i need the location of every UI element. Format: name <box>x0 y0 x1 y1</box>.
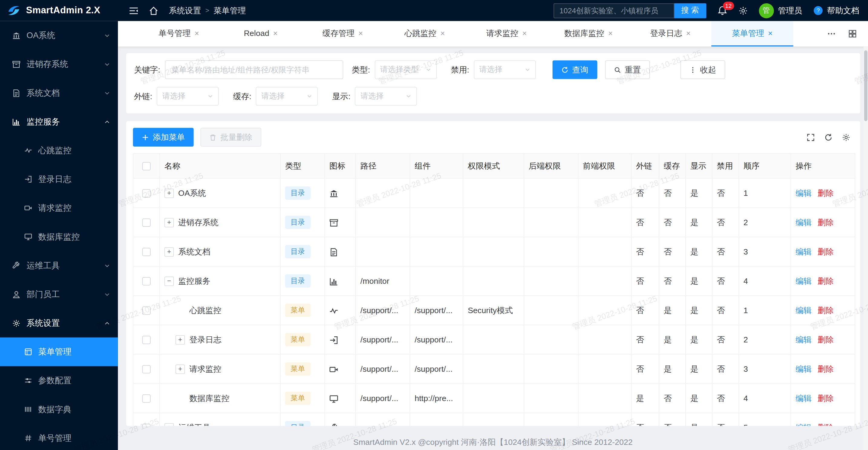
edit-link[interactable]: 编辑 <box>796 247 811 256</box>
tab-request-monitor[interactable]: 请求监控 × <box>465 21 548 46</box>
help-link[interactable]: 帮助文档 <box>813 5 859 16</box>
edit-link[interactable]: 编辑 <box>796 188 811 197</box>
edit-link[interactable]: 编辑 <box>796 364 811 373</box>
home-icon[interactable] <box>149 6 158 15</box>
collapse-button[interactable]: 收起 <box>680 60 725 79</box>
sidebar-subitem-db-monitor[interactable]: 数据库监控 <box>0 222 118 251</box>
tab-close-icon[interactable]: × <box>522 29 527 37</box>
sidebar-item-ops-tools[interactable]: 运维工具 <box>0 251 118 280</box>
tab-order-management[interactable]: 单号管理 × <box>138 21 220 46</box>
app-logo[interactable]: SmartAdmin 2.X <box>0 3 118 18</box>
chevron-down-icon <box>104 61 110 67</box>
search-button[interactable]: 搜 索 <box>674 3 706 18</box>
row-checkbox[interactable] <box>142 307 150 315</box>
breadcrumb-item-parent[interactable]: 系统设置 <box>169 5 201 16</box>
row-expander[interactable]: + <box>176 364 185 374</box>
edit-link[interactable]: 编辑 <box>796 423 811 426</box>
external-select[interactable]: 请选择 <box>157 87 219 105</box>
delete-link[interactable]: 删除 <box>817 423 834 426</box>
sidebar-item-system-settings[interactable]: 系统设置 <box>0 309 118 337</box>
row-expander[interactable]: + <box>176 335 185 344</box>
add-menu-button[interactable]: 添加菜单 <box>133 128 193 147</box>
edit-link[interactable]: 编辑 <box>796 218 811 226</box>
row-checkbox[interactable] <box>142 424 150 426</box>
sidebar-item-oa-system[interactable]: OA系统 <box>0 21 118 50</box>
row-expander[interactable]: + <box>164 247 174 256</box>
delete-link[interactable]: 删除 <box>817 276 834 285</box>
path-cell <box>356 413 410 426</box>
row-checkbox[interactable] <box>142 278 150 286</box>
edit-link[interactable]: 编辑 <box>796 393 811 402</box>
tab-close-icon[interactable]: × <box>194 29 199 37</box>
tab-more-icon[interactable] <box>827 29 836 38</box>
row-checkbox[interactable] <box>142 395 150 403</box>
query-button[interactable]: 查询 <box>552 60 597 79</box>
doc-icon <box>12 89 20 97</box>
edit-link[interactable]: 编辑 <box>796 335 811 344</box>
delete-link[interactable]: 删除 <box>817 247 834 256</box>
row-checkbox[interactable] <box>142 248 150 256</box>
tab-close-icon[interactable]: × <box>359 29 363 37</box>
sidebar-item-system-docs[interactable]: 系统文档 <box>0 78 118 107</box>
delete-link[interactable]: 删除 <box>817 335 834 344</box>
scrollbar-thumb[interactable] <box>864 51 867 121</box>
edit-link[interactable]: 编辑 <box>796 306 811 314</box>
settings-gear-icon[interactable] <box>738 6 748 15</box>
delete-link[interactable]: 删除 <box>817 188 834 197</box>
tab-close-icon[interactable]: × <box>273 29 278 37</box>
row-checkbox[interactable] <box>142 365 150 374</box>
tab-close-icon[interactable]: × <box>440 29 445 37</box>
column-settings-gear-icon[interactable] <box>842 133 850 141</box>
sidebar-subitem-request-monitor[interactable]: 请求监控 <box>0 194 118 222</box>
row-expander[interactable]: + <box>164 188 174 198</box>
backend-perm-cell <box>524 237 578 266</box>
tab-heartbeat-monitor[interactable]: 心跳监控 × <box>383 21 465 46</box>
show-select[interactable]: 请选择 <box>355 87 417 105</box>
sidebar-item-inventory-system[interactable]: 进销存系统 <box>0 50 118 78</box>
sidebar-subitem-menu-management[interactable]: 菜单管理 <box>0 338 118 366</box>
tab-close-icon[interactable]: × <box>768 29 772 37</box>
sidebar-subitem-order-management[interactable]: 单号管理 <box>0 424 118 450</box>
delete-link[interactable]: 删除 <box>817 393 834 402</box>
tab-reload[interactable]: Reload × <box>220 21 302 46</box>
tab-layout-grid-icon[interactable] <box>848 29 857 38</box>
tab-login-log[interactable]: 登录日志 × <box>629 21 711 46</box>
sidebar-subitem-data-dict[interactable]: 数据字典 <box>0 395 118 424</box>
notifications-button[interactable]: 12 <box>717 5 727 15</box>
sidebar-subitem-heartbeat-monitor[interactable]: 心跳监控 <box>0 136 118 165</box>
row-expander[interactable]: + <box>164 218 174 227</box>
row-expander[interactable]: − <box>164 276 174 286</box>
sidebar-subitem-param-config[interactable]: 参数配置 <box>0 366 118 395</box>
row-checkbox[interactable] <box>142 219 150 227</box>
tab-db-monitor[interactable]: 数据库监控 × <box>548 21 629 46</box>
pulse-icon <box>329 306 338 315</box>
tab-menu-management[interactable]: 菜单管理 × <box>711 21 793 46</box>
select-all-checkbox[interactable] <box>142 162 150 170</box>
type-select[interactable]: 请选择类型 <box>374 60 436 79</box>
user-menu[interactable]: 管 管理员 <box>759 3 802 18</box>
fullscreen-icon[interactable] <box>807 133 815 141</box>
tab-close-icon[interactable]: × <box>608 29 613 37</box>
batch-delete-button[interactable]: 批量删除 <box>200 128 261 147</box>
tab-cache-management[interactable]: 缓存管理 × <box>302 21 384 46</box>
search-input[interactable] <box>554 3 674 18</box>
delete-link[interactable]: 删除 <box>817 364 834 373</box>
delete-link[interactable]: 删除 <box>817 306 834 314</box>
row-checkbox[interactable] <box>142 190 150 198</box>
delete-link[interactable]: 删除 <box>817 218 834 226</box>
refresh-icon[interactable] <box>824 133 832 141</box>
cache-select[interactable]: 请选择 <box>256 87 318 105</box>
row-checkbox[interactable] <box>142 336 150 344</box>
tab-close-icon[interactable]: × <box>686 29 691 37</box>
reset-button[interactable]: 重置 <box>605 60 650 79</box>
chart-icon <box>329 277 338 286</box>
sidebar-subitem-label: 心跳监控 <box>38 145 71 156</box>
sidebar-subitem-login-log[interactable]: 登录日志 <box>0 165 118 193</box>
menu-fold-icon[interactable] <box>129 6 138 15</box>
keyword-input[interactable] <box>165 60 343 79</box>
sidebar-item-monitor-service[interactable]: 监控服务 <box>0 107 118 136</box>
disabled-select[interactable]: 请选择 <box>474 60 536 79</box>
sidebar-item-dept-staff[interactable]: 部门员工 <box>0 280 118 309</box>
row-expander[interactable]: + <box>164 423 174 426</box>
edit-link[interactable]: 编辑 <box>796 276 811 285</box>
